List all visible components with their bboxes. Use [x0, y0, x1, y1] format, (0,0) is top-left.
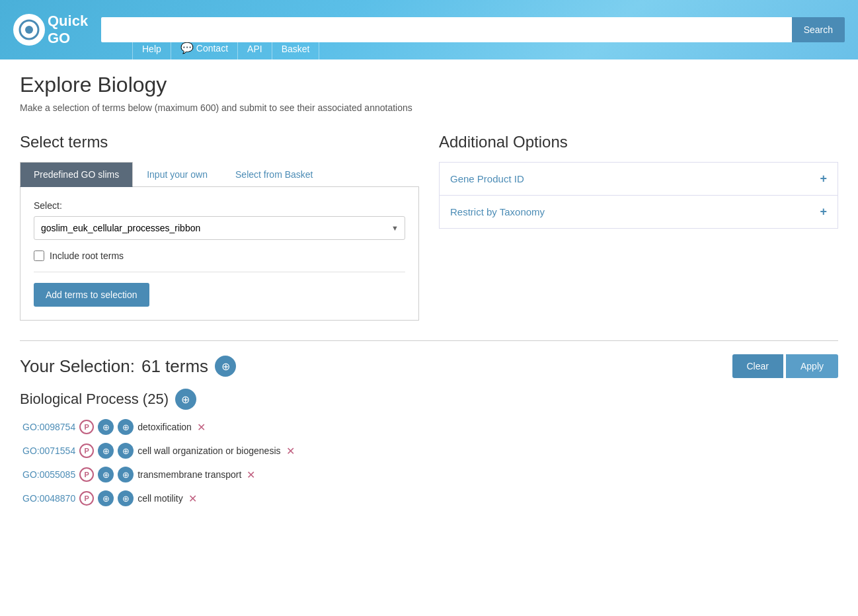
biological-process-section: Biological Process (25) ⊕ GO:0098754 P ⊕…	[20, 389, 838, 506]
include-root-terms-checkbox[interactable]	[34, 250, 44, 261]
badge-globe: ⊕	[98, 443, 114, 459]
remove-icon[interactable]: ✕	[286, 445, 295, 457]
options-panel: Gene Product ID + Restrict by Taxonomy +	[439, 162, 838, 229]
bio-section-name: Biological Process (25)	[20, 391, 169, 408]
remove-icon[interactable]: ✕	[247, 469, 255, 481]
clear-button[interactable]: Clear	[732, 354, 783, 378]
badge-p: P	[79, 420, 94, 434]
badge-globe: ⊕	[98, 467, 114, 482]
gene-product-id-plus: +	[820, 172, 827, 186]
restrict-by-taxonomy-row[interactable]: Restrict by Taxonomy +	[440, 196, 838, 228]
selection-term-count: 61 terms	[141, 356, 208, 377]
badge-p: P	[79, 467, 94, 482]
term-id-link[interactable]: GO:0055085	[22, 469, 75, 480]
svg-point-1	[25, 26, 33, 34]
badge-p: P	[79, 491, 94, 506]
chat-icon: 💬	[180, 42, 194, 54]
additional-options-title: Additional Options	[439, 133, 838, 151]
term-name: transmembrane transport	[137, 469, 241, 480]
nav-api[interactable]: API	[238, 38, 272, 59]
badge-globe2: ⊕	[118, 490, 134, 506]
nav-help[interactable]: Help	[132, 38, 171, 59]
main-columns: Select terms Predefined GO slims Input y…	[20, 133, 838, 321]
badge-globe2: ⊕	[118, 419, 134, 435]
term-id-link[interactable]: GO:0048870	[22, 493, 75, 504]
panel-divider	[34, 272, 405, 272]
page-content: Explore Biology Make a selection of term…	[0, 59, 858, 527]
remove-icon[interactable]: ✕	[197, 421, 206, 434]
header-nav: Help 💬 Contact API Basket	[132, 36, 319, 59]
remove-icon[interactable]: ✕	[188, 492, 197, 505]
select-terms-column: Select terms Predefined GO slims Input y…	[20, 133, 419, 321]
slim-dropdown-wrap: goslim_euk_cellular_processes_ribbon gos…	[34, 216, 405, 240]
nav-contact[interactable]: 💬 Contact	[171, 36, 238, 59]
badge-globe2: ⊕	[118, 467, 134, 482]
restrict-by-taxonomy-plus: +	[820, 205, 827, 219]
badge-globe2: ⊕	[118, 443, 134, 459]
globe-icon: ⊕	[221, 360, 230, 373]
slim-dropdown[interactable]: goslim_euk_cellular_processes_ribbon gos…	[34, 216, 405, 240]
additional-options-column: Additional Options Gene Product ID + Res…	[439, 133, 838, 321]
terms-tabs: Predefined GO slims Input your own Selec…	[20, 162, 419, 187]
badge-globe: ⊕	[98, 419, 114, 435]
bio-section-title: Biological Process (25) ⊕	[20, 389, 838, 410]
apply-button[interactable]: Apply	[786, 354, 838, 378]
selection-bar: Your Selection: 61 terms ⊕ Clear Apply	[20, 354, 838, 378]
logo-text: Quick GO	[48, 13, 88, 48]
term-id-link[interactable]: GO:0098754	[22, 422, 75, 432]
select-terms-title: Select terms	[20, 133, 419, 151]
section-divider	[20, 340, 838, 341]
badge-globe: ⊕	[98, 490, 114, 506]
gene-product-id-row[interactable]: Gene Product ID +	[440, 163, 838, 196]
select-panel: Select: goslim_euk_cellular_processes_ri…	[20, 187, 419, 321]
gene-product-id-label: Gene Product ID	[450, 173, 524, 184]
include-root-terms-wrap: Include root terms	[34, 250, 405, 261]
selection-icon-badge: ⊕	[215, 356, 236, 377]
tab-select-from-basket[interactable]: Select from Basket	[221, 162, 327, 187]
select-label: Select:	[34, 200, 405, 211]
page-title: Explore Biology	[20, 73, 838, 97]
restrict-by-taxonomy-label: Restrict by Taxonomy	[450, 206, 545, 217]
table-row: GO:0071554 P ⊕ ⊕ cell wall organization …	[20, 443, 838, 459]
term-name: detoxification	[137, 422, 192, 432]
term-name: cell wall organization or biogenesis	[137, 445, 280, 456]
selection-title-text: Your Selection:	[20, 356, 135, 377]
tab-input-your-own[interactable]: Input your own	[133, 162, 221, 187]
term-id-link[interactable]: GO:0071554	[22, 445, 75, 456]
tab-predefined-go-slims[interactable]: Predefined GO slims	[20, 162, 133, 187]
include-root-terms-label[interactable]: Include root terms	[50, 250, 124, 261]
selection-title: Your Selection: 61 terms ⊕	[20, 356, 236, 377]
table-row: GO:0048870 P ⊕ ⊕ cell motility ✕	[20, 490, 838, 506]
table-row: GO:0055085 P ⊕ ⊕ transmembrane transport…	[20, 467, 838, 482]
bio-globe-icon: ⊕	[181, 393, 190, 406]
term-name: cell motility	[137, 493, 182, 504]
search-button[interactable]: Search	[792, 17, 845, 42]
nav-basket[interactable]: Basket	[272, 38, 320, 59]
logo-circle	[13, 14, 45, 46]
bio-section-icon: ⊕	[175, 389, 196, 410]
add-terms-button[interactable]: Add terms to selection	[34, 283, 149, 307]
selection-buttons: Clear Apply	[732, 354, 839, 378]
logo: Quick GO	[13, 13, 88, 48]
page-subtitle: Make a selection of terms below (maximum…	[20, 102, 838, 113]
table-row: GO:0098754 P ⊕ ⊕ detoxification ✕	[20, 419, 838, 435]
site-header: Quick GO Search Help 💬 Contact API Baske…	[0, 0, 858, 59]
badge-p: P	[79, 443, 94, 458]
